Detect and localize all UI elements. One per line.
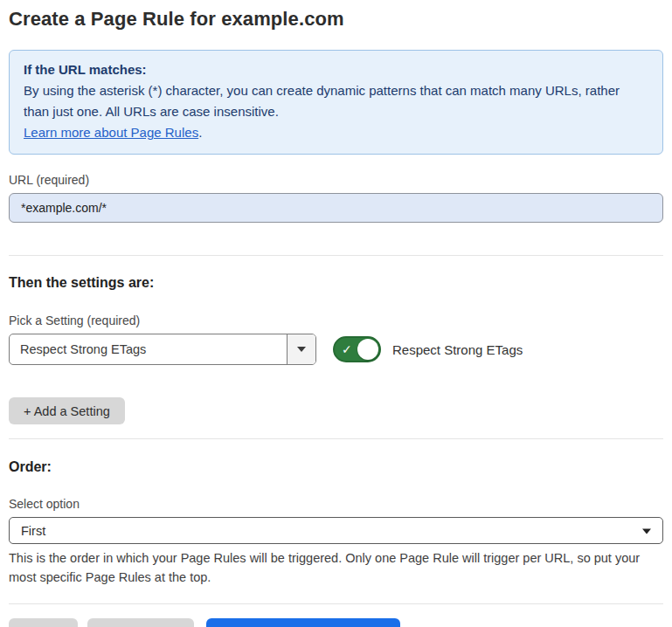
toggle-knob xyxy=(357,339,378,360)
learn-more-link[interactable]: Learn more about Page Rules xyxy=(24,125,198,140)
setting-row: Respect Strong ETags ✓ Respect Strong ET… xyxy=(9,334,663,365)
chevron-down-icon xyxy=(642,528,651,534)
save-deploy-button[interactable]: Save and Deploy Page Rule xyxy=(206,618,400,627)
order-select[interactable]: First xyxy=(9,517,663,544)
cancel-button[interactable]: Cancel xyxy=(9,618,78,627)
info-box-link-line: Learn more about Page Rules. xyxy=(24,122,648,143)
order-help-text: This is the order in which your Page Rul… xyxy=(9,549,663,587)
settings-section-heading: Then the settings are: xyxy=(9,274,663,292)
link-suffix: . xyxy=(198,125,202,140)
setting-select-arrow-button[interactable] xyxy=(287,334,315,364)
setting-select-value: Respect Strong ETags xyxy=(10,334,287,364)
footer-divider xyxy=(9,603,663,604)
order-select-value: First xyxy=(21,524,45,538)
order-section-heading: Order: xyxy=(9,458,663,476)
setting-select[interactable]: Respect Strong ETags xyxy=(9,334,316,365)
save-draft-button[interactable]: Save as Draft xyxy=(87,618,194,627)
section-divider xyxy=(9,438,663,439)
url-input[interactable] xyxy=(9,193,663,223)
section-divider xyxy=(9,255,663,256)
info-box-body: By using the asterisk (*) character, you… xyxy=(24,80,648,122)
order-select-label: Select option xyxy=(9,497,663,511)
page-title: Create a Page Rule for example.com xyxy=(9,7,663,31)
chevron-down-icon xyxy=(297,347,306,352)
etag-toggle-wrap: ✓ Respect Strong ETags xyxy=(333,336,523,362)
create-page-rule-form: Create a Page Rule for example.com If th… xyxy=(0,0,672,627)
etag-toggle-label: Respect Strong ETags xyxy=(392,342,523,357)
url-field-label: URL (required) xyxy=(9,173,663,187)
url-match-info-box: If the URL matches: By using the asteris… xyxy=(9,50,663,155)
footer-actions: Cancel Save as Draft Save and Deploy Pag… xyxy=(9,618,663,627)
info-box-heading: If the URL matches: xyxy=(24,59,648,80)
check-icon: ✓ xyxy=(342,343,352,355)
pick-setting-label: Pick a Setting (required) xyxy=(9,314,663,327)
add-setting-button[interactable]: + Add a Setting xyxy=(9,397,125,424)
etag-toggle[interactable]: ✓ xyxy=(333,336,381,362)
